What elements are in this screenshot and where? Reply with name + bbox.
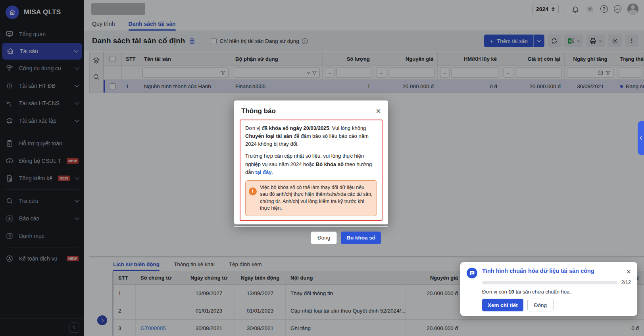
toast-title: Tình hình chuẩn hóa dữ liệu tài sản công (482, 268, 623, 274)
modal-title: Thông báo (241, 107, 276, 115)
side-panel-handle[interactable] (638, 121, 644, 155)
toast-message: Đơn vị còn 10 tài sản chưa chuẩn hóa. (482, 289, 631, 295)
progress-row: 2/12 (482, 280, 631, 285)
progress-bar (482, 281, 617, 284)
warning-text: Việc bỏ khóa sổ có thể làm thay đổi dữ l… (260, 184, 373, 212)
notification-modal: Thông báo × Đơn vị đã khóa sổ ngày 20/03… (234, 100, 388, 224)
chat-bubble-icon (467, 268, 477, 278)
chevron-left-icon (640, 136, 644, 140)
guide-link[interactable]: tại đây (255, 169, 271, 175)
warning-icon: ! (249, 187, 257, 195)
progress-label: 2/12 (621, 280, 631, 285)
modal-paragraph-1: Đơn vị đã khóa sổ ngày 20/03/2025. Vui l… (245, 124, 377, 148)
modal-paragraph-2: Trường hợp cần cập nhật số liệu, vui lòn… (245, 152, 377, 176)
modal-close-button[interactable]: Đóng (311, 232, 337, 244)
modal-footer: Đóng Bỏ khóa sổ (234, 226, 388, 249)
modal-close-icon[interactable]: × (376, 107, 381, 116)
toast-close-icon[interactable]: × (626, 268, 631, 276)
modal-message-box: Đơn vị đã khóa sổ ngày 20/03/2025. Vui l… (240, 120, 383, 221)
unlock-period-button[interactable]: Bỏ khóa sổ (341, 232, 381, 244)
warning-box: ! Việc bỏ khóa sổ có thể làm thay đổi dữ… (245, 180, 377, 216)
standardization-toast: Tình hình chuẩn hóa dữ liệu tài sản công… (460, 262, 637, 316)
view-detail-button[interactable]: Xem chi tiết (482, 299, 523, 311)
toast-close-button[interactable]: Đóng (527, 299, 554, 311)
